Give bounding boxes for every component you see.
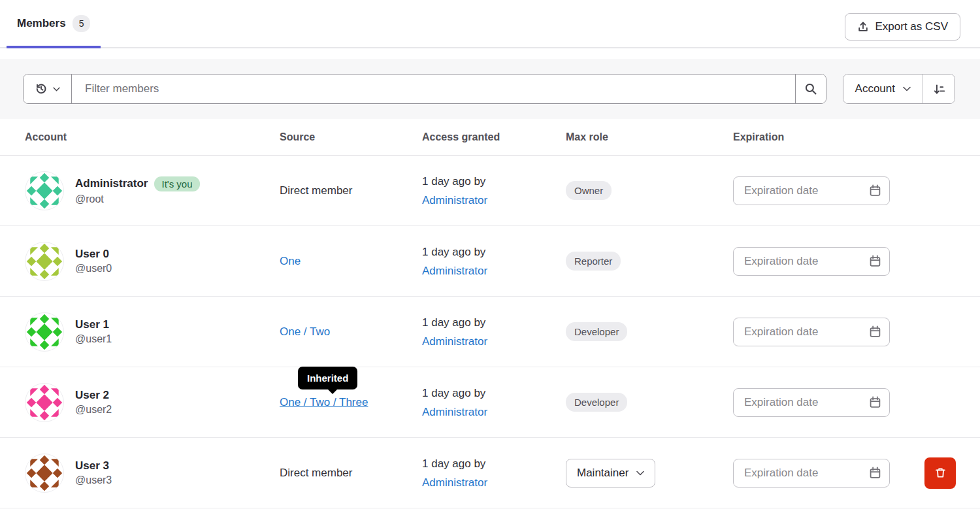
expiration-date-field[interactable] bbox=[733, 388, 890, 417]
source-cell: Direct member bbox=[280, 184, 422, 197]
access-granted-by-link[interactable]: Administrator bbox=[422, 265, 487, 277]
calendar-icon bbox=[869, 255, 881, 267]
expiration-date-input[interactable] bbox=[734, 184, 869, 197]
source-cell: Direct member bbox=[280, 467, 422, 480]
access-granted-time: 1 day ago by bbox=[422, 384, 566, 403]
account-cell: User 1 @user1 bbox=[25, 312, 280, 352]
export-csv-button[interactable]: Export as CSV bbox=[845, 13, 961, 41]
access-granted-time: 1 day ago by bbox=[422, 172, 566, 191]
expiration-date-input[interactable] bbox=[734, 255, 869, 268]
inherited-tooltip: Inherited bbox=[298, 367, 357, 389]
max-role-cell: Reporter bbox=[566, 252, 733, 271]
column-header-max-role: Max role bbox=[566, 131, 733, 143]
source-text: Direct member bbox=[280, 184, 352, 197]
trash-icon bbox=[934, 467, 947, 479]
sort-field-dropdown[interactable]: Account bbox=[843, 74, 923, 103]
account-cell: User 2 @user2 bbox=[25, 383, 280, 422]
expiration-cell bbox=[733, 459, 917, 488]
expiration-cell bbox=[733, 247, 917, 276]
export-csv-label: Export as CSV bbox=[875, 20, 949, 33]
search-button[interactable] bbox=[795, 74, 826, 103]
max-role-badge: Developer bbox=[566, 322, 627, 341]
sort-direction-button[interactable] bbox=[923, 74, 955, 103]
upload-icon bbox=[857, 21, 869, 33]
account-cell: User 0 @user0 bbox=[25, 242, 280, 281]
tabs-bar: Members 5 Export as CSV bbox=[0, 0, 980, 48]
member-username: @user0 bbox=[75, 263, 112, 274]
member-username: @root bbox=[75, 193, 200, 205]
calendar-icon bbox=[869, 184, 881, 197]
table-row: Administrator It's you @root Direct memb… bbox=[0, 156, 980, 226]
expiration-date-input[interactable] bbox=[734, 396, 869, 409]
member-username: @user1 bbox=[75, 333, 112, 345]
member-name: User 3 bbox=[75, 459, 109, 472]
account-cell: User 3 @user3 bbox=[25, 454, 280, 493]
expiration-cell bbox=[733, 318, 917, 346]
access-granted-time: 1 day ago by bbox=[422, 313, 566, 332]
source-cell: One / Two bbox=[280, 325, 422, 339]
chevron-down-icon bbox=[53, 87, 60, 91]
access-granted-cell: 1 day ago by Administrator bbox=[422, 454, 566, 492]
max-role-cell: Owner bbox=[566, 181, 733, 200]
chevron-down-icon bbox=[903, 86, 911, 91]
filter-bar: Account bbox=[0, 59, 980, 119]
members-table-body: Administrator It's you @root Direct memb… bbox=[0, 156, 980, 508]
tab-members[interactable]: Members 5 bbox=[7, 0, 101, 47]
table-row: User 1 @user1 One / Two 1 day ago by Adm… bbox=[0, 297, 980, 367]
sort-group: Account bbox=[843, 74, 955, 104]
filter-history-button[interactable] bbox=[24, 74, 72, 103]
remove-member-button[interactable] bbox=[924, 457, 956, 489]
max-role-dropdown[interactable]: Maintainer bbox=[566, 459, 655, 488]
filter-members-input[interactable] bbox=[72, 74, 795, 103]
calendar-icon bbox=[869, 467, 881, 479]
source-cell: Inherited One / Two / Three bbox=[280, 396, 422, 409]
max-role-cell: Developer bbox=[566, 393, 733, 412]
source-cell: One bbox=[280, 255, 422, 268]
max-role-dropdown-label: Maintainer bbox=[577, 467, 629, 480]
access-granted-cell: 1 day ago by Administrator bbox=[422, 384, 566, 422]
access-granted-time: 1 day ago by bbox=[422, 242, 566, 261]
column-header-account: Account bbox=[25, 131, 280, 143]
sort-field-label: Account bbox=[855, 82, 895, 95]
expiration-date-field[interactable] bbox=[733, 459, 890, 488]
avatar bbox=[25, 242, 64, 281]
max-role-cell: Developer bbox=[566, 322, 733, 341]
source-link[interactable]: One bbox=[280, 255, 301, 267]
column-header-source: Source bbox=[280, 131, 422, 143]
member-name: User 1 bbox=[75, 318, 109, 331]
members-count-badge: 5 bbox=[73, 15, 91, 32]
avatar bbox=[25, 454, 64, 493]
chevron-down-icon bbox=[636, 471, 644, 476]
access-granted-by-link[interactable]: Administrator bbox=[422, 476, 487, 489]
tab-members-label: Members bbox=[17, 17, 66, 30]
expiration-cell bbox=[733, 176, 917, 205]
history-icon bbox=[35, 82, 48, 95]
member-name: User 0 bbox=[75, 248, 109, 261]
members-table: Account Source Access granted Max role E… bbox=[0, 119, 980, 508]
expiration-date-input[interactable] bbox=[734, 325, 869, 339]
access-granted-by-link[interactable]: Administrator bbox=[422, 406, 487, 418]
access-granted-by-link[interactable]: Administrator bbox=[422, 335, 487, 348]
avatar bbox=[25, 312, 64, 352]
source-link[interactable]: One / Two bbox=[280, 325, 330, 338]
max-role-badge: Owner bbox=[566, 181, 612, 200]
access-granted-by-link[interactable]: Administrator bbox=[422, 194, 487, 207]
expiration-date-input[interactable] bbox=[734, 467, 869, 480]
its-you-badge: It's you bbox=[154, 176, 199, 191]
access-granted-time: 1 day ago by bbox=[422, 454, 566, 473]
expiration-cell bbox=[733, 388, 917, 417]
search-icon bbox=[804, 82, 817, 95]
expiration-date-field[interactable] bbox=[733, 176, 890, 205]
expiration-date-field[interactable] bbox=[733, 247, 890, 276]
column-header-expiration: Expiration bbox=[733, 131, 917, 143]
calendar-icon bbox=[869, 325, 881, 338]
table-row: User 0 @user0 One 1 day ago by Administr… bbox=[0, 226, 980, 297]
expiration-date-field[interactable] bbox=[733, 318, 890, 346]
table-row: User 2 @user2 Inherited One / Two / Thre… bbox=[0, 367, 980, 438]
table-header-row: Account Source Access granted Max role E… bbox=[0, 119, 980, 156]
source-link[interactable]: One / Two / Three bbox=[280, 396, 368, 408]
avatar bbox=[25, 171, 64, 210]
account-cell: Administrator It's you @root bbox=[25, 171, 280, 210]
member-name: User 2 bbox=[75, 389, 109, 402]
member-username: @user3 bbox=[75, 474, 112, 486]
